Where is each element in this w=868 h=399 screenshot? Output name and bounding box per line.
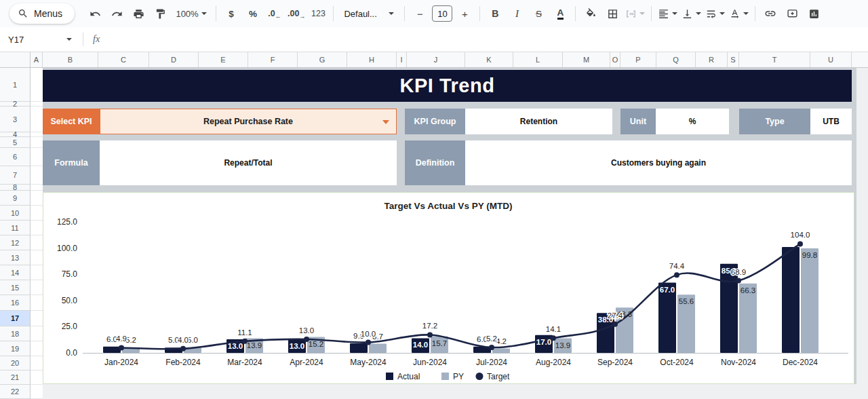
- font-size-input[interactable]: 10: [432, 5, 452, 22]
- redo-button[interactable]: [108, 5, 125, 22]
- row-header-21[interactable]: 21: [0, 370, 31, 385]
- cell-A8[interactable]: [31, 185, 43, 191]
- cell-A18[interactable]: [31, 326, 43, 341]
- cell-A17[interactable]: [31, 311, 43, 326]
- column-header-S[interactable]: S: [728, 52, 739, 67]
- column-header-R[interactable]: R: [696, 52, 728, 67]
- cell-A13[interactable]: [31, 250, 43, 265]
- row-header-11[interactable]: 11: [0, 221, 31, 235]
- row-header-2[interactable]: 2: [0, 102, 31, 107]
- row-header-3[interactable]: 3: [0, 107, 31, 132]
- kpi-dropdown[interactable]: Repeat Purchase Rate: [100, 109, 397, 134]
- cell-A12[interactable]: [31, 235, 43, 250]
- insert-link-button[interactable]: [762, 5, 779, 22]
- row-header-1[interactable]: 1: [0, 68, 31, 102]
- row-header-19[interactable]: 19: [0, 341, 31, 356]
- cell-A10[interactable]: [31, 206, 43, 221]
- cell-A6[interactable]: [31, 148, 43, 166]
- borders-button[interactable]: [604, 5, 621, 22]
- cell-A2[interactable]: [31, 102, 43, 107]
- row-header-14[interactable]: 14: [0, 265, 31, 280]
- row-header-12[interactable]: 12: [0, 235, 31, 250]
- formula-input[interactable]: [100, 27, 868, 52]
- column-header-E[interactable]: E: [199, 52, 248, 67]
- grid[interactable]: KPI Trend Select KPI Repeat Purchase Rat…: [31, 68, 868, 399]
- column-header-D[interactable]: D: [149, 52, 199, 67]
- column-header-K[interactable]: K: [465, 52, 513, 67]
- cell-A19[interactable]: [31, 341, 43, 356]
- cell-A14[interactable]: [31, 265, 43, 280]
- row-header-10[interactable]: 10: [0, 206, 31, 221]
- cell-A1[interactable]: [31, 68, 43, 102]
- column-header-T[interactable]: T: [739, 52, 810, 67]
- column-header-C[interactable]: C: [98, 52, 149, 67]
- column-header-H[interactable]: H: [347, 52, 397, 67]
- format-currency-button[interactable]: $: [222, 5, 240, 22]
- column-header-B[interactable]: B: [43, 52, 98, 67]
- cell-A7[interactable]: [31, 166, 43, 185]
- column-header-L[interactable]: L: [513, 52, 563, 67]
- column-header-G[interactable]: G: [298, 52, 347, 67]
- column-header-Q[interactable]: Q: [656, 52, 696, 67]
- bold-button[interactable]: B: [486, 5, 504, 22]
- italic-button[interactable]: I: [508, 5, 526, 22]
- cell-A11[interactable]: [31, 221, 43, 235]
- row-header-9[interactable]: 9: [0, 191, 31, 206]
- print-button[interactable]: [130, 5, 147, 22]
- text-rotation-button[interactable]: [729, 5, 749, 22]
- increase-decimals-button[interactable]: .00→: [288, 5, 305, 22]
- horizontal-align-button[interactable]: [658, 5, 677, 22]
- fill-color-button[interactable]: [582, 5, 599, 22]
- row-header-13[interactable]: 13: [0, 250, 31, 265]
- text-wrap-button[interactable]: [705, 5, 725, 22]
- zoom-select[interactable]: 100%: [173, 5, 210, 22]
- undo-button[interactable]: [86, 5, 104, 22]
- cell-A3[interactable]: [31, 107, 43, 132]
- cell-A9[interactable]: [31, 191, 43, 206]
- row-header-15[interactable]: 15: [0, 280, 31, 295]
- merge-cells-button[interactable]: [625, 5, 645, 22]
- cell-A20[interactable]: [31, 356, 43, 370]
- column-header-A[interactable]: A: [31, 52, 43, 67]
- increase-font-size-button[interactable]: +: [456, 5, 473, 22]
- column-header-P[interactable]: P: [620, 52, 656, 67]
- cell-A5[interactable]: [31, 137, 43, 148]
- row-header-8[interactable]: 8: [0, 185, 31, 191]
- name-box[interactable]: Y17: [8, 35, 76, 45]
- insert-comment-button[interactable]: [783, 5, 801, 22]
- menus-search[interactable]: Menus: [9, 3, 75, 24]
- cell-A4[interactable]: [31, 132, 43, 137]
- row-header-16[interactable]: 16: [0, 295, 31, 311]
- row-header-7[interactable]: 7: [0, 166, 31, 185]
- font-select[interactable]: Defaul...: [340, 5, 398, 22]
- strikethrough-button[interactable]: S: [530, 5, 547, 22]
- more-formats-button[interactable]: 123: [309, 5, 327, 22]
- cell-A16[interactable]: [31, 295, 43, 311]
- format-percent-button[interactable]: %: [244, 5, 262, 22]
- text-color-button[interactable]: A: [551, 5, 569, 22]
- column-header-J[interactable]: J: [407, 52, 465, 67]
- column-header-O[interactable]: O: [610, 52, 620, 67]
- row-header-17[interactable]: 17: [0, 311, 31, 326]
- column-a-cells[interactable]: [31, 68, 43, 399]
- decrease-font-size-button[interactable]: −: [411, 5, 429, 22]
- select-all-corner[interactable]: [0, 52, 31, 68]
- row-header-18[interactable]: 18: [0, 326, 31, 341]
- insert-chart-button[interactable]: [805, 5, 823, 22]
- kpi-chart[interactable]: Target Vs Actual Vs PY (MTD)0.025.050.07…: [43, 192, 854, 384]
- column-header-F[interactable]: F: [248, 52, 298, 67]
- paint-format-button[interactable]: [151, 5, 169, 22]
- column-header-M[interactable]: M: [563, 52, 610, 67]
- row-header-4[interactable]: 4: [0, 132, 31, 137]
- row-header-20[interactable]: 20: [0, 356, 31, 370]
- decrease-decimals-button[interactable]: .0←: [266, 5, 283, 22]
- column-header-U[interactable]: U: [810, 52, 852, 67]
- cell-A22[interactable]: [31, 385, 43, 399]
- column-header-I[interactable]: I: [397, 52, 407, 67]
- row-header-5[interactable]: 5: [0, 137, 31, 148]
- vertical-align-button[interactable]: [682, 5, 701, 22]
- cell-A15[interactable]: [31, 280, 43, 295]
- row-header-6[interactable]: 6: [0, 148, 31, 166]
- row-header-22[interactable]: 22: [0, 385, 31, 399]
- cell-A21[interactable]: [31, 370, 43, 385]
